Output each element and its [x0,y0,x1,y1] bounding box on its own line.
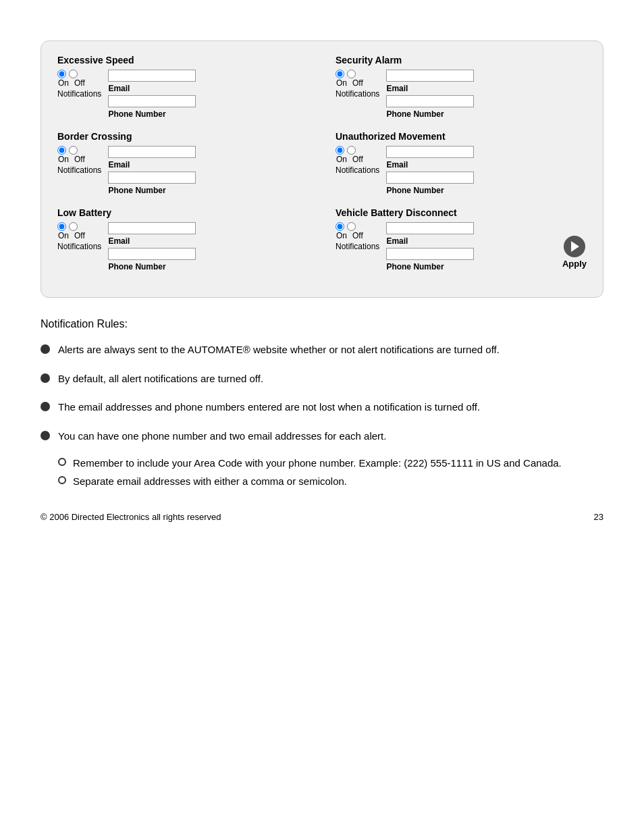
unauthorized-movement-off-label: Off [352,155,363,164]
border-crossing-phone-label: Phone Number [108,186,169,195]
bullet-item-1: Alerts are always sent to the AUTOMATE® … [41,342,603,358]
border-crossing-off-radio[interactable] [69,146,78,155]
vehicle-battery-off-radio[interactable] [347,222,356,231]
security-alarm-email1-input[interactable] [386,70,474,82]
vehicle-battery-off-label: Off [352,231,363,240]
low-battery-on-radio[interactable] [57,222,66,231]
footer: © 2006 Directed Electronics all rights r… [41,512,603,522]
security-alarm-off-radio[interactable] [347,70,356,78]
border-crossing-email-label: Email [108,160,169,170]
unauthorized-movement-email1-input[interactable] [386,146,474,158]
low-battery-email-label: Email [108,236,169,246]
vehicle-battery-email1-input[interactable] [386,222,474,234]
excessive-speed-off-radio[interactable] [69,70,78,78]
security-alarm-off-label: Off [352,78,363,88]
notification-rules-title: Notification Rules: [41,318,603,330]
sub-bullet-dot-2 [58,476,66,484]
low-battery-notifications: Notifications [57,242,101,251]
low-battery-email1-input[interactable] [108,222,196,234]
excessive-speed-phone-label: Phone Number [108,109,169,119]
vehicle-battery-email-label: Email [386,236,447,246]
sub-bullet-item-2: Separate email addresses with either a c… [58,474,562,490]
bullet-dot-2 [41,373,50,383]
bullet-text-3: The email addresses and phone numbers en… [58,400,480,415]
sub-bullet-text-1: Remember to include your Area Code with … [73,456,562,471]
apply-button[interactable] [564,236,585,257]
unauthorized-movement-email-label: Email [386,160,447,170]
excessive-speed-section: Excessive Speed On Off Notifications [57,55,308,119]
excessive-speed-on-radio[interactable] [57,70,66,78]
right-column: Security Alarm On Off Notifications [336,55,587,284]
bullet-item-4: You can have one phone number and two em… [41,429,603,492]
excessive-speed-notifications: Notifications [57,89,101,99]
border-crossing-on-label: On [58,155,69,164]
left-column: Excessive Speed On Off Notifications [57,55,308,284]
bullet-dot-4 [41,431,50,440]
border-crossing-notifications: Notifications [57,165,101,175]
bullet-text-4: You can have one phone number and two em… [58,429,386,444]
low-battery-off-radio[interactable] [69,222,78,231]
border-crossing-email2-input[interactable] [108,172,196,184]
low-battery-phone-label: Phone Number [108,262,169,271]
border-crossing-on-radio[interactable] [57,146,66,155]
security-alarm-section: Security Alarm On Off Notifications [336,55,587,119]
security-alarm-on-radio[interactable] [336,70,344,78]
vehicle-battery-on-radio[interactable] [336,222,344,231]
vehicle-battery-phone-label: Phone Number [386,262,447,271]
unauthorized-movement-on-label: On [336,155,347,164]
bullet-text-2: By default, all alert notifications are … [58,371,263,387]
excessive-speed-on-label: On [58,78,69,88]
security-alarm-email2-input[interactable] [386,95,474,107]
unauthorized-movement-section: Unauthorized Movement On Off Notificatio… [336,131,587,195]
bullet-item-2: By default, all alert notifications are … [41,371,603,387]
notification-rules-section: Notification Rules: Alerts are always se… [41,318,603,492]
unauthorized-movement-on-radio[interactable] [336,146,344,155]
bullet-item-3: The email addresses and phone numbers en… [41,400,603,415]
excessive-speed-email-label: Email [108,84,169,93]
bullet-list: Alerts are always sent to the AUTOMATE® … [41,342,603,492]
unauthorized-movement-title: Unauthorized Movement [336,131,587,142]
low-battery-off-label: Off [74,231,85,240]
security-alarm-notifications: Notifications [336,89,379,99]
sub-bullet-item-1: Remember to include your Area Code with … [58,456,562,471]
unauthorized-movement-notifications: Notifications [336,165,379,175]
bullet-dot-3 [41,402,50,411]
low-battery-section: Low Battery On Off Notifications [57,207,308,271]
vehicle-battery-title: Vehicle Battery Disconnect [336,207,556,218]
border-crossing-off-label: Off [74,155,85,164]
sub-bullet-text-2: Separate email addresses with either a c… [73,474,347,490]
vehicle-battery-email2-input[interactable] [386,248,474,260]
security-alarm-phone-label: Phone Number [386,109,447,119]
apply-area: Apply [562,236,587,271]
security-alarm-title: Security Alarm [336,55,587,66]
excessive-speed-off-label: Off [74,78,85,88]
security-alarm-on-label: On [336,78,347,88]
vehicle-battery-on-label: On [336,231,347,240]
form-panel: Excessive Speed On Off Notifications [41,41,603,298]
excessive-speed-title: Excessive Speed [57,55,308,66]
unauthorized-movement-email2-input[interactable] [386,172,474,184]
border-crossing-section: Border Crossing On Off Notifications [57,131,308,195]
unauthorized-movement-off-radio[interactable] [347,146,356,155]
security-alarm-email-label: Email [386,84,447,93]
sub-bullet-dot-1 [58,458,66,466]
border-crossing-email1-input[interactable] [108,146,196,158]
excessive-speed-email1-input[interactable] [108,70,196,82]
apply-label: Apply [562,259,587,269]
low-battery-title: Low Battery [57,207,308,218]
border-crossing-title: Border Crossing [57,131,308,142]
vehicle-battery-notifications: Notifications [336,242,379,251]
bullet-text-1: Alerts are always sent to the AUTOMATE® … [58,342,500,358]
footer-page-number: 23 [594,512,603,522]
low-battery-on-label: On [58,231,69,240]
unauthorized-movement-phone-label: Phone Number [386,186,447,195]
low-battery-email2-input[interactable] [108,248,196,260]
excessive-speed-email2-input[interactable] [108,95,196,107]
footer-copyright: © 2006 Directed Electronics all rights r… [41,512,221,522]
bullet-dot-1 [41,344,50,354]
sub-bullet-list: Remember to include your Area Code with … [58,456,562,492]
vehicle-battery-section: Vehicle Battery Disconnect On Off No [336,207,587,271]
